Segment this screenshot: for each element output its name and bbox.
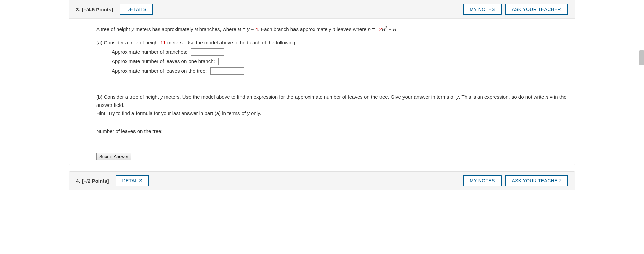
part-a-row-leaves-tree: Approximate number of leaves on the tree… [112,67,568,75]
input-leaves-one-branch[interactable] [218,58,252,65]
input-leaves-expression[interactable] [165,127,208,136]
part-a-label: (a) Consider a tree of height 11 meters.… [96,39,568,47]
question-4-header: 4. [–/2 Points] DETAILS MY NOTES ASK YOU… [69,172,575,190]
question-3-header: 3. [–/4.5 Points] DETAILS MY NOTES ASK Y… [69,0,575,19]
submit-area: Submit Answer [96,150,568,160]
part-b-text: (b) Consider a tree of height y meters. … [96,93,568,117]
question-3: 3. [–/4.5 Points] DETAILS MY NOTES ASK Y… [69,0,575,165]
submit-answer-button[interactable]: Submit Answer [96,153,131,160]
input-branches[interactable] [191,48,224,56]
part-a-label-branches: Approximate number of branches: [112,48,187,56]
part-b-answer-row: Number of leaves on the tree: [96,127,568,136]
part-a-row-leaves-one-branch: Approximate number of leaves on one bran… [112,57,568,66]
question-number: 4. [–/2 Points] [76,178,109,184]
ask-your-teacher-button[interactable]: ASK YOUR TEACHER [505,175,568,186]
part-b-answer-label: Number of leaves on the tree: [96,127,163,135]
question-number: 3. [–/4.5 Points] [76,7,113,12]
question-4: 4. [–/2 Points] DETAILS MY NOTES ASK YOU… [69,171,575,190]
my-notes-button[interactable]: MY NOTES [463,175,501,186]
ask-your-teacher-button[interactable]: ASK YOUR TEACHER [505,4,568,15]
details-button[interactable]: DETAILS [116,175,149,186]
question-prompt: A tree of height y meters has approximat… [96,25,568,33]
part-a: (a) Consider a tree of height 11 meters.… [96,39,568,75]
details-button[interactable]: DETAILS [120,4,153,15]
part-a-label-leaves-tree: Approximate number of leaves on the tree… [112,67,207,75]
part-a-row-branches: Approximate number of branches: [112,48,568,56]
part-b: (b) Consider a tree of height y meters. … [96,93,568,136]
question-3-body: A tree of height y meters has approximat… [69,19,575,165]
part-a-label-leaves-one-branch: Approximate number of leaves on one bran… [112,57,215,66]
my-notes-button[interactable]: MY NOTES [463,4,501,15]
input-leaves-tree[interactable] [210,67,244,75]
scrollbar-thumb[interactable] [639,50,644,65]
